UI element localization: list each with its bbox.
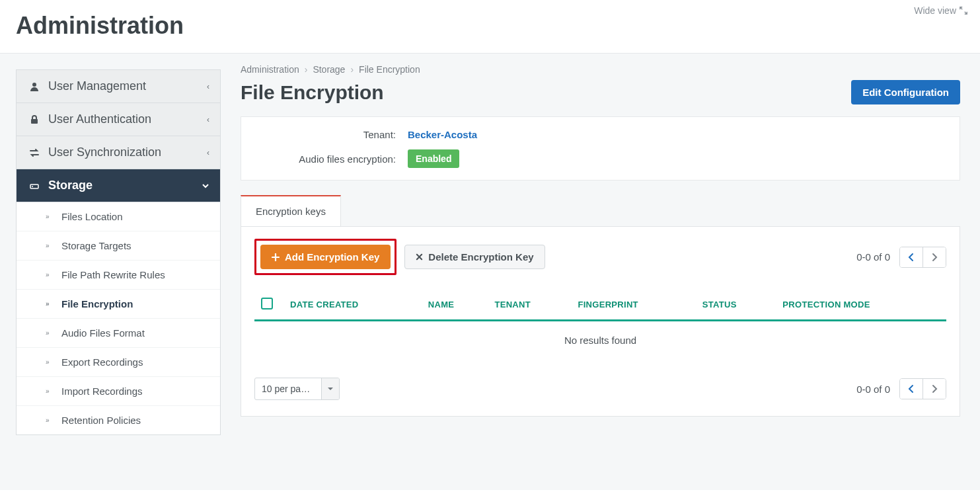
col-protection-mode[interactable]: PROTECTION MODE xyxy=(776,290,946,321)
tab-encryption-keys[interactable]: Encryption keys xyxy=(241,195,341,226)
pagination-range-bottom: 0-0 of 0 xyxy=(856,384,890,395)
sidebar: User Management ‹ User Authentication ‹ … xyxy=(0,54,221,490)
add-button-label: Add Encryption Key xyxy=(285,251,379,263)
subnav-label: Retention Policies xyxy=(61,415,141,426)
encryption-label: Audio files encryption: xyxy=(256,153,408,165)
sync-icon xyxy=(27,147,42,158)
user-icon xyxy=(27,81,42,92)
empty-message: No results found xyxy=(254,321,946,366)
pagination-range-top: 0-0 of 0 xyxy=(856,251,890,263)
subnav-storage: » Files Location » Storage Targets » Fil… xyxy=(17,202,220,434)
subnav-label: Files Location xyxy=(61,211,123,222)
dropdown-icon xyxy=(321,378,339,399)
nav-item-user-management[interactable]: User Management ‹ xyxy=(17,70,220,103)
delete-encryption-key-button[interactable]: Delete Encryption Key xyxy=(404,245,545,269)
plus-icon xyxy=(272,253,280,261)
bullet-icon: » xyxy=(46,388,55,395)
bullet-icon: » xyxy=(46,417,55,424)
subnav-item-file-encryption[interactable]: » File Encryption xyxy=(17,290,220,319)
svg-point-0 xyxy=(32,83,36,87)
main-content: Administration › Storage › File Encrypti… xyxy=(221,54,980,490)
subnav-label: Audio Files Format xyxy=(61,327,145,339)
col-tenant[interactable]: TENANT xyxy=(488,290,571,321)
page-title: Administration xyxy=(0,0,980,53)
pager-bottom xyxy=(899,378,946,399)
breadcrumb: Administration › Storage › File Encrypti… xyxy=(241,64,960,75)
breadcrumb-item[interactable]: Administration xyxy=(241,64,299,75)
col-fingerprint[interactable]: FINGERPRINT xyxy=(571,290,695,321)
svg-point-3 xyxy=(32,186,33,187)
pager-top xyxy=(899,247,946,268)
svg-rect-2 xyxy=(30,184,38,188)
nav-item-user-authentication[interactable]: User Authentication ‹ xyxy=(17,103,220,136)
breadcrumb-sep: › xyxy=(350,64,354,75)
status-badge: Enabled xyxy=(408,149,459,168)
bullet-icon: » xyxy=(46,242,55,249)
subnav-label: Storage Targets xyxy=(61,240,132,251)
chevron-down-icon xyxy=(202,182,209,190)
lock-icon xyxy=(27,114,42,125)
next-page-button[interactable] xyxy=(923,247,946,267)
close-icon xyxy=(416,253,423,261)
subnav-item-export-recordings[interactable]: » Export Recordings xyxy=(17,348,220,377)
edit-configuration-button[interactable]: Edit Configuration xyxy=(851,80,960,104)
subnav-item-audio-files-format[interactable]: » Audio Files Format xyxy=(17,319,220,348)
subnav-label: File Encryption xyxy=(61,298,133,309)
subnav-item-file-path-rewrite-rules[interactable]: » File Path Rewrite Rules xyxy=(17,261,220,290)
nav-label: User Management xyxy=(48,79,146,93)
checkbox-icon xyxy=(261,298,273,309)
subnav-label: Import Recordings xyxy=(61,386,143,397)
col-name[interactable]: NAME xyxy=(422,290,488,321)
chevron-right-icon xyxy=(931,384,938,393)
bullet-icon: » xyxy=(46,271,55,278)
add-encryption-key-button[interactable]: Add Encryption Key xyxy=(260,245,391,269)
subnav-label: File Path Rewrite Rules xyxy=(61,269,165,280)
bullet-icon: » xyxy=(46,358,55,366)
subnav-item-files-location[interactable]: » Files Location xyxy=(17,202,220,231)
next-page-button[interactable] xyxy=(923,379,946,399)
prev-page-button[interactable] xyxy=(900,247,923,267)
keys-table: DATE CREATED NAME TENANT FINGERPRINT STA… xyxy=(254,290,946,321)
tenant-label: Tenant: xyxy=(256,129,408,140)
nav-item-storage[interactable]: Storage xyxy=(17,169,220,202)
svg-rect-1 xyxy=(31,119,38,124)
nav: User Management ‹ User Authentication ‹ … xyxy=(16,69,221,435)
tenant-link[interactable]: Becker-Acosta xyxy=(408,129,477,140)
chevron-left-icon xyxy=(908,384,915,393)
bullet-icon: » xyxy=(46,329,55,337)
delete-button-label: Delete Encryption Key xyxy=(428,251,533,263)
section-title: File Encryption xyxy=(241,81,384,104)
per-page-label: 10 per pa… xyxy=(255,378,321,399)
chevron-left-icon: ‹ xyxy=(207,115,209,124)
tabs: Encryption keys xyxy=(241,195,960,226)
wide-view-label: Wide view xyxy=(914,5,956,16)
nav-label: User Synchronization xyxy=(48,145,161,159)
chevron-right-icon xyxy=(931,253,938,262)
chevron-left-icon xyxy=(908,253,915,262)
bullet-icon: » xyxy=(46,300,55,308)
breadcrumb-item[interactable]: Storage xyxy=(313,64,345,75)
prev-page-button[interactable] xyxy=(900,379,923,399)
wide-view-toggle[interactable]: Wide view xyxy=(914,5,968,16)
bullet-icon: » xyxy=(46,213,55,220)
subnav-item-retention-policies[interactable]: » Retention Policies xyxy=(17,406,220,434)
col-date-created[interactable]: DATE CREATED xyxy=(283,290,422,321)
nav-item-user-synchronization[interactable]: User Synchronization ‹ xyxy=(17,136,220,169)
select-all-header[interactable] xyxy=(254,290,283,321)
subnav-item-import-recordings[interactable]: » Import Recordings xyxy=(17,377,220,406)
summary-panel: Tenant: Becker-Acosta Audio files encryp… xyxy=(241,116,960,181)
highlight-box: Add Encryption Key xyxy=(254,239,396,275)
breadcrumb-sep: › xyxy=(305,64,308,75)
nav-label: User Authentication xyxy=(48,112,151,126)
per-page-select[interactable]: 10 per pa… xyxy=(254,378,340,400)
subnav-label: Export Recordings xyxy=(61,356,143,368)
expand-icon xyxy=(959,6,968,15)
subnav-item-storage-targets[interactable]: » Storage Targets xyxy=(17,231,220,261)
chevron-left-icon: ‹ xyxy=(207,148,209,157)
keys-card: Add Encryption Key Delete Encryption Key… xyxy=(241,226,960,417)
col-status[interactable]: STATUS xyxy=(696,290,776,321)
drive-icon xyxy=(27,181,42,191)
chevron-left-icon: ‹ xyxy=(207,82,209,91)
nav-label: Storage xyxy=(48,179,93,192)
breadcrumb-item: File Encryption xyxy=(359,64,420,75)
